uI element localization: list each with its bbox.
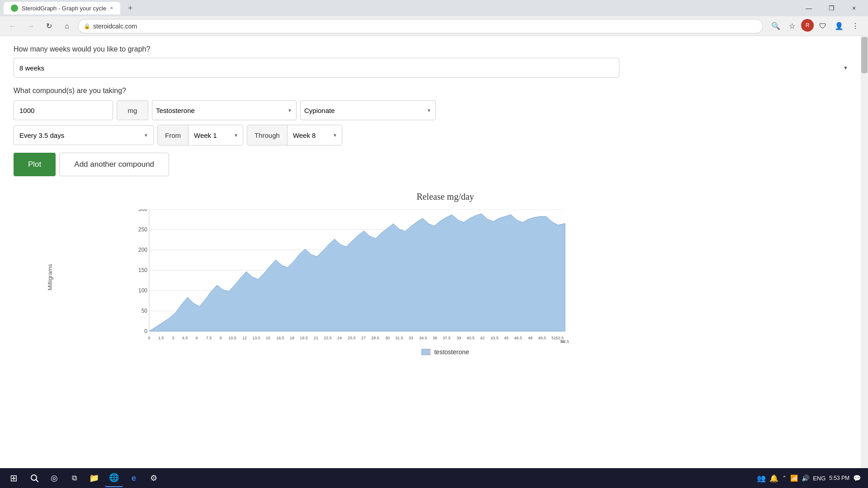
taskbar-edge-icon[interactable]: e [125, 469, 143, 487]
svg-text:4.5: 4.5 [182, 336, 188, 340]
taskbar-notification-icon[interactable]: 🔔 [769, 474, 778, 483]
profile-btn[interactable]: 👤 [832, 19, 846, 33]
dose-input[interactable] [14, 100, 113, 120]
svg-text:46.5: 46.5 [514, 336, 522, 340]
svg-text:25.5: 25.5 [348, 336, 356, 340]
compound-select[interactable]: Testosterone Nandrolone Trenbolone Bolde… [152, 100, 297, 120]
bookmark-icon[interactable]: ☆ [785, 19, 799, 33]
compound-select-wrapper: Testosterone Nandrolone Trenbolone Bolde… [152, 100, 297, 120]
tab-close-btn[interactable]: × [110, 5, 113, 11]
taskbar-search-icon[interactable] [25, 469, 43, 487]
taskbar-taskview-icon[interactable]: ⧉ [65, 469, 83, 487]
taskbar-people-icon[interactable]: 👥 [757, 474, 766, 483]
svg-text:36: 36 [433, 336, 437, 340]
page-content: How many weeks would you like to graph? … [0, 36, 868, 468]
minimize-btn[interactable]: — [798, 2, 819, 14]
through-label: Through [247, 125, 288, 145]
taskbar: ⊞ ◎ ⧉ 📁 🌐 e ⚙ 👥 🔔 ⌃ 📶 🔊 ENG 5:53 PM 💬 [0, 468, 868, 488]
frequency-select-wrapper: Every day Every 3.5 days Every 7 days Ev… [14, 125, 154, 145]
frequency-row: Every day Every 3.5 days Every 7 days Ev… [14, 125, 854, 145]
weeks-dropdown-arrow: ▼ [843, 65, 848, 70]
ester-select-wrapper: Cypionate Enanthate Propionate Undecanoa… [300, 100, 436, 120]
weeks-dropdown-wrapper: 8 weeks 4 weeks 12 weeks 16 weeks 20 wee… [14, 58, 854, 78]
menu-btn[interactable]: ⋮ [848, 19, 863, 33]
svg-text:3: 3 [172, 336, 174, 340]
svg-text:34.5: 34.5 [419, 336, 427, 340]
svg-text:150: 150 [138, 267, 147, 273]
ester-select[interactable]: Cypionate Enanthate Propionate Undecanoa… [300, 100, 436, 120]
chart-svg: 0 50 100 150 200 250 300 0 1.5 3 4.5 [59, 209, 637, 345]
svg-text:1.5: 1.5 [158, 336, 164, 340]
chart-area-path [149, 214, 565, 331]
svg-text:33: 33 [409, 336, 413, 340]
taskbar-cortana-icon[interactable]: ◎ [45, 469, 63, 487]
svg-text:30: 30 [385, 336, 390, 340]
taskbar-volume-icon[interactable]: 🔊 [802, 474, 809, 482]
svg-text:18: 18 [290, 336, 294, 340]
maximize-btn[interactable]: ❐ [821, 2, 842, 14]
svg-text:15: 15 [266, 336, 270, 340]
address-bar[interactable]: 🔒 steroidcalc.com [78, 19, 763, 33]
from-box: From Week 1 Week 2 Week 3 Week 4 [157, 125, 243, 145]
title-bar: SteroidGraph - Graph your cycle × + — ❐ … [0, 0, 868, 16]
svg-text:42: 42 [480, 336, 485, 340]
svg-text:250: 250 [138, 226, 147, 233]
taskbar-chrome-icon[interactable]: 🌐 [105, 469, 123, 487]
legend-label-testosterone: testosterone [434, 348, 469, 356]
through-week-select[interactable]: Week 1 Week 4 Week 6 Week 8 Week 12 [288, 125, 342, 145]
svg-text:48: 48 [528, 336, 533, 340]
through-week-select-wrapper: Week 1 Week 4 Week 6 Week 8 Week 12 [288, 125, 342, 145]
close-btn[interactable]: × [844, 2, 864, 14]
svg-text:24: 24 [337, 336, 342, 340]
svg-text:45: 45 [504, 336, 509, 340]
nav-bar: ← → ↻ ⌂ 🔒 steroidcalc.com 🔍 ☆ R 🛡 👤 ⋮ [0, 16, 868, 36]
svg-text:50: 50 [142, 308, 148, 314]
new-tab-btn[interactable]: + [124, 2, 137, 14]
taskbar-settings-icon[interactable]: ⚙ [145, 469, 163, 487]
svg-text:43.5: 43.5 [491, 336, 499, 340]
svg-text:12: 12 [242, 336, 247, 340]
taskbar-explorer-icon[interactable]: 📁 [85, 469, 103, 487]
home-btn[interactable]: ⌂ [60, 19, 74, 33]
svg-text:19.5: 19.5 [300, 336, 308, 340]
profile-icon-red[interactable]: R [801, 19, 814, 32]
svg-text:49.5: 49.5 [538, 336, 546, 340]
from-week-select-wrapper: Week 1 Week 2 Week 3 Week 4 [189, 125, 243, 145]
window-controls: — ❐ × [798, 2, 864, 14]
svg-text:0: 0 [144, 328, 147, 334]
svg-text:27: 27 [361, 336, 366, 340]
browser-tab[interactable]: SteroidGraph - Graph your cycle × [4, 2, 120, 14]
reload-btn[interactable]: ↻ [42, 19, 56, 33]
action-row: Plot Add another compound [14, 153, 854, 176]
scrollbar[interactable] [861, 36, 868, 468]
svg-text:28.5: 28.5 [371, 336, 379, 340]
taskbar-network-icon[interactable]: 📶 [790, 474, 798, 482]
scrollbar-thumb[interactable] [861, 37, 868, 73]
svg-text:10.5: 10.5 [228, 336, 236, 340]
shield-icon[interactable]: 🛡 [816, 19, 830, 33]
compound-row: mg Testosterone Nandrolone Trenbolone Bo… [14, 100, 854, 120]
weeks-select[interactable]: 8 weeks 4 weeks 12 weeks 16 weeks 20 wee… [14, 58, 619, 78]
chart-with-yaxis: Milligrams [41, 209, 850, 345]
taskbar-notification-center[interactable]: 💬 [853, 474, 861, 482]
chart-inner: 0 50 100 150 200 250 300 0 1.5 3 4.5 [59, 209, 850, 345]
forward-btn[interactable]: → [24, 19, 38, 33]
start-btn[interactable]: ⊞ [4, 468, 24, 488]
add-compound-button[interactable]: Add another compound [59, 153, 169, 176]
taskbar-time[interactable]: 5:53 PM [829, 475, 849, 481]
url-text: steroidcalc.com [93, 23, 137, 30]
back-btn[interactable]: ← [5, 19, 20, 33]
svg-text:13.5: 13.5 [252, 336, 260, 340]
browser-nav-icons: 🔍 ☆ R 🛡 👤 ⋮ [769, 19, 863, 33]
plot-button[interactable]: Plot [14, 153, 56, 176]
from-week-select[interactable]: Week 1 Week 2 Week 3 Week 4 [189, 125, 243, 145]
tab-title: SteroidGraph - Graph your cycle [22, 5, 106, 12]
svg-text:6: 6 [195, 336, 198, 340]
y-axis-label-wrapper: Milligrams [41, 209, 59, 345]
chart-container: Release mg/day Milligrams [14, 187, 854, 383]
svg-text:21: 21 [314, 336, 318, 340]
weeks-question-label: How many weeks would you like to graph? [14, 45, 854, 53]
taskbar-arrow-up[interactable]: ⌃ [782, 475, 787, 481]
frequency-select[interactable]: Every day Every 3.5 days Every 7 days Ev… [14, 125, 154, 145]
search-icon[interactable]: 🔍 [769, 19, 783, 33]
